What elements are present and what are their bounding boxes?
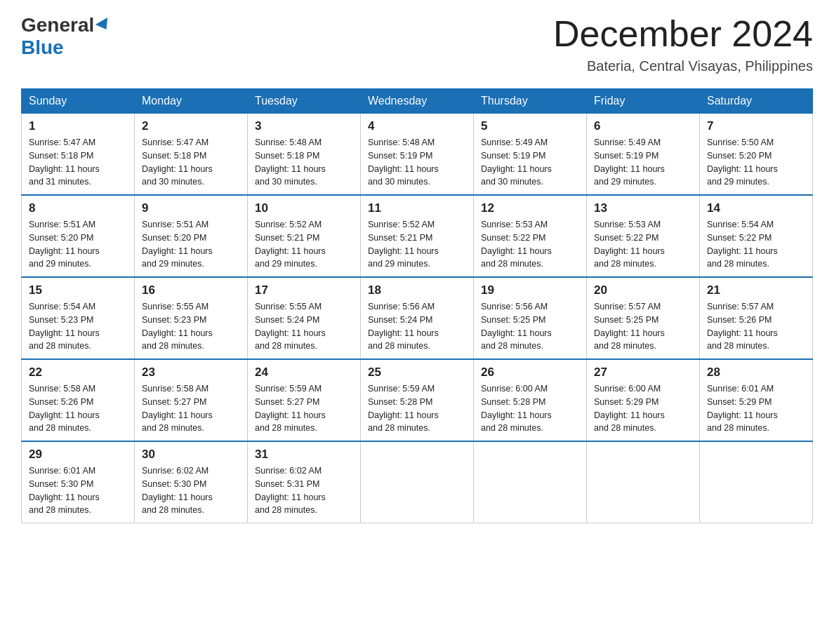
calendar-cell: 29 Sunrise: 6:01 AM Sunset: 5:30 PM Dayl… <box>22 441 135 523</box>
header-friday: Friday <box>587 89 700 114</box>
calendar-cell: 21 Sunrise: 5:57 AM Sunset: 5:26 PM Dayl… <box>700 277 813 359</box>
day-info: Sunrise: 5:50 AM Sunset: 5:20 PM Dayligh… <box>707 136 805 189</box>
calendar-cell: 22 Sunrise: 5:58 AM Sunset: 5:26 PM Dayl… <box>22 359 135 441</box>
calendar-cell: 14 Sunrise: 5:54 AM Sunset: 5:22 PM Dayl… <box>700 195 813 277</box>
calendar-cell: 20 Sunrise: 5:57 AM Sunset: 5:25 PM Dayl… <box>587 277 700 359</box>
calendar-cell: 11 Sunrise: 5:52 AM Sunset: 5:21 PM Dayl… <box>361 195 474 277</box>
day-number: 10 <box>255 201 353 215</box>
day-info: Sunrise: 5:49 AM Sunset: 5:19 PM Dayligh… <box>481 136 579 189</box>
day-info: Sunrise: 5:57 AM Sunset: 5:26 PM Dayligh… <box>707 300 805 353</box>
calendar-cell: 4 Sunrise: 5:48 AM Sunset: 5:19 PM Dayli… <box>361 114 474 196</box>
calendar-cell: 24 Sunrise: 5:59 AM Sunset: 5:27 PM Dayl… <box>248 359 361 441</box>
calendar-cell: 13 Sunrise: 5:53 AM Sunset: 5:22 PM Dayl… <box>587 195 700 277</box>
day-number: 13 <box>594 201 692 215</box>
day-number: 14 <box>707 201 805 215</box>
day-number: 27 <box>594 365 692 380</box>
day-number: 20 <box>594 283 692 297</box>
logo-blue-text: Blue <box>21 36 64 59</box>
day-number: 17 <box>255 283 353 297</box>
day-number: 7 <box>707 119 805 133</box>
day-info: Sunrise: 5:53 AM Sunset: 5:22 PM Dayligh… <box>594 218 692 271</box>
calendar-cell: 5 Sunrise: 5:49 AM Sunset: 5:19 PM Dayli… <box>474 114 587 196</box>
day-info: Sunrise: 6:02 AM Sunset: 5:31 PM Dayligh… <box>255 464 353 517</box>
day-number: 25 <box>368 365 466 380</box>
header-wednesday: Wednesday <box>361 89 474 114</box>
calendar-cell: 7 Sunrise: 5:50 AM Sunset: 5:20 PM Dayli… <box>700 114 813 196</box>
calendar-cell: 15 Sunrise: 5:54 AM Sunset: 5:23 PM Dayl… <box>22 277 135 359</box>
day-number: 1 <box>29 119 127 133</box>
calendar-cell: 8 Sunrise: 5:51 AM Sunset: 5:20 PM Dayli… <box>22 195 135 277</box>
day-number: 19 <box>481 283 579 297</box>
day-info: Sunrise: 5:54 AM Sunset: 5:23 PM Dayligh… <box>29 300 127 353</box>
calendar-cell <box>700 441 813 523</box>
day-info: Sunrise: 5:55 AM Sunset: 5:24 PM Dayligh… <box>255 300 353 353</box>
calendar-cell: 6 Sunrise: 5:49 AM Sunset: 5:19 PM Dayli… <box>587 114 700 196</box>
day-number: 18 <box>368 283 466 297</box>
day-info: Sunrise: 5:54 AM Sunset: 5:22 PM Dayligh… <box>707 218 805 271</box>
header-monday: Monday <box>135 89 248 114</box>
day-info: Sunrise: 6:01 AM Sunset: 5:29 PM Dayligh… <box>707 382 805 435</box>
header-saturday: Saturday <box>700 89 813 114</box>
day-number: 26 <box>481 365 579 380</box>
day-number: 30 <box>142 448 240 462</box>
weekday-header-row: Sunday Monday Tuesday Wednesday Thursday… <box>22 89 813 114</box>
location-subtitle: Bateria, Central Visayas, Philippines <box>553 58 813 74</box>
day-info: Sunrise: 5:57 AM Sunset: 5:25 PM Dayligh… <box>594 300 692 353</box>
calendar-cell: 27 Sunrise: 6:00 AM Sunset: 5:29 PM Dayl… <box>587 359 700 441</box>
day-number: 15 <box>29 283 127 297</box>
day-number: 21 <box>707 283 805 297</box>
day-info: Sunrise: 5:48 AM Sunset: 5:19 PM Dayligh… <box>368 136 466 189</box>
day-info: Sunrise: 5:58 AM Sunset: 5:26 PM Dayligh… <box>29 382 127 435</box>
calendar-cell: 31 Sunrise: 6:02 AM Sunset: 5:31 PM Dayl… <box>248 441 361 523</box>
title-area: December 2024 Bateria, Central Visayas, … <box>553 14 813 74</box>
calendar-cell: 19 Sunrise: 5:56 AM Sunset: 5:25 PM Dayl… <box>474 277 587 359</box>
page-header: General Blue December 2024 Bateria, Cent… <box>21 14 813 74</box>
calendar-week-row-3: 15 Sunrise: 5:54 AM Sunset: 5:23 PM Dayl… <box>22 277 813 359</box>
day-number: 22 <box>29 365 127 380</box>
day-number: 9 <box>142 201 240 215</box>
calendar-cell: 10 Sunrise: 5:52 AM Sunset: 5:21 PM Dayl… <box>248 195 361 277</box>
header-thursday: Thursday <box>474 89 587 114</box>
calendar-week-row-2: 8 Sunrise: 5:51 AM Sunset: 5:20 PM Dayli… <box>22 195 813 277</box>
month-title: December 2024 <box>553 14 813 54</box>
day-number: 23 <box>142 365 240 380</box>
day-number: 16 <box>142 283 240 297</box>
day-info: Sunrise: 5:51 AM Sunset: 5:20 PM Dayligh… <box>29 218 127 271</box>
calendar-cell: 23 Sunrise: 5:58 AM Sunset: 5:27 PM Dayl… <box>135 359 248 441</box>
day-number: 11 <box>368 201 466 215</box>
day-number: 12 <box>481 201 579 215</box>
calendar-cell <box>587 441 700 523</box>
day-info: Sunrise: 5:59 AM Sunset: 5:27 PM Dayligh… <box>255 382 353 435</box>
calendar-cell: 18 Sunrise: 5:56 AM Sunset: 5:24 PM Dayl… <box>361 277 474 359</box>
day-info: Sunrise: 6:00 AM Sunset: 5:28 PM Dayligh… <box>481 382 579 435</box>
day-info: Sunrise: 5:47 AM Sunset: 5:18 PM Dayligh… <box>29 136 127 189</box>
day-number: 29 <box>29 448 127 462</box>
day-info: Sunrise: 5:53 AM Sunset: 5:22 PM Dayligh… <box>481 218 579 271</box>
day-number: 31 <box>255 448 353 462</box>
logo-triangle-icon <box>95 18 112 33</box>
logo: General Blue <box>21 14 111 59</box>
calendar-table: Sunday Monday Tuesday Wednesday Thursday… <box>21 88 813 523</box>
calendar-cell: 1 Sunrise: 5:47 AM Sunset: 5:18 PM Dayli… <box>22 114 135 196</box>
day-info: Sunrise: 5:59 AM Sunset: 5:28 PM Dayligh… <box>368 382 466 435</box>
day-number: 6 <box>594 119 692 133</box>
day-info: Sunrise: 5:52 AM Sunset: 5:21 PM Dayligh… <box>368 218 466 271</box>
day-number: 4 <box>368 119 466 133</box>
calendar-cell: 28 Sunrise: 6:01 AM Sunset: 5:29 PM Dayl… <box>700 359 813 441</box>
calendar-cell: 12 Sunrise: 5:53 AM Sunset: 5:22 PM Dayl… <box>474 195 587 277</box>
calendar-cell: 17 Sunrise: 5:55 AM Sunset: 5:24 PM Dayl… <box>248 277 361 359</box>
calendar-cell: 9 Sunrise: 5:51 AM Sunset: 5:20 PM Dayli… <box>135 195 248 277</box>
day-number: 24 <box>255 365 353 380</box>
day-number: 8 <box>29 201 127 215</box>
calendar-week-row-5: 29 Sunrise: 6:01 AM Sunset: 5:30 PM Dayl… <box>22 441 813 523</box>
day-number: 5 <box>481 119 579 133</box>
calendar-week-row-1: 1 Sunrise: 5:47 AM Sunset: 5:18 PM Dayli… <box>22 114 813 196</box>
day-info: Sunrise: 5:56 AM Sunset: 5:24 PM Dayligh… <box>368 300 466 353</box>
calendar-cell: 16 Sunrise: 5:55 AM Sunset: 5:23 PM Dayl… <box>135 277 248 359</box>
calendar-cell: 26 Sunrise: 6:00 AM Sunset: 5:28 PM Dayl… <box>474 359 587 441</box>
day-info: Sunrise: 5:47 AM Sunset: 5:18 PM Dayligh… <box>142 136 240 189</box>
calendar-cell: 2 Sunrise: 5:47 AM Sunset: 5:18 PM Dayli… <box>135 114 248 196</box>
calendar-cell: 25 Sunrise: 5:59 AM Sunset: 5:28 PM Dayl… <box>361 359 474 441</box>
calendar-cell: 30 Sunrise: 6:02 AM Sunset: 5:30 PM Dayl… <box>135 441 248 523</box>
day-info: Sunrise: 5:55 AM Sunset: 5:23 PM Dayligh… <box>142 300 240 353</box>
